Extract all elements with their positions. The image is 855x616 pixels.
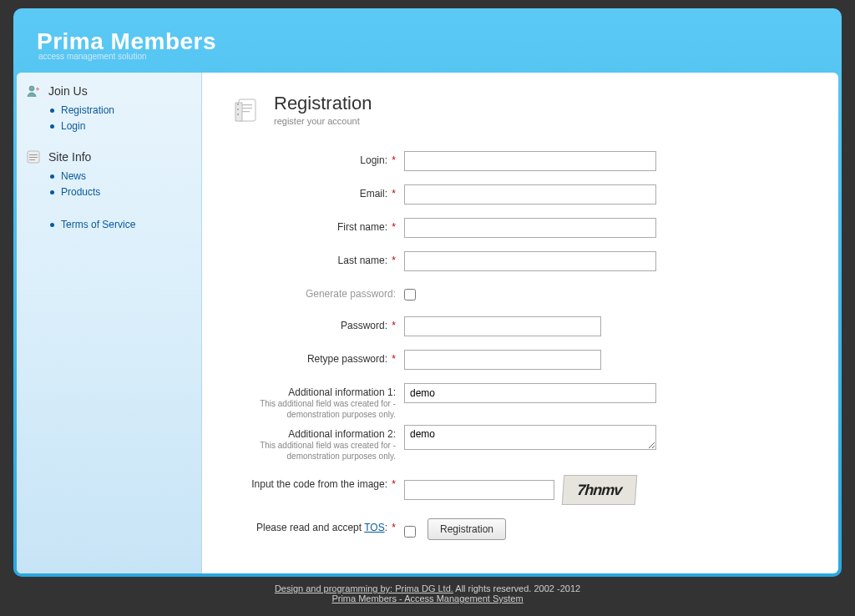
sidebar-item-tos[interactable]: Terms of Service: [50, 219, 191, 230]
tos-link[interactable]: TOS: [364, 522, 384, 533]
password-input[interactable]: [404, 316, 601, 336]
sidebar-link[interactable]: Products: [61, 186, 100, 198]
svg-rect-10: [242, 111, 250, 112]
main: Registration register your account Login…: [202, 73, 838, 573]
sidebar-item-news[interactable]: News: [50, 170, 191, 182]
page-subtitle: register your account: [274, 116, 372, 126]
first-name-input[interactable]: [404, 218, 656, 238]
svg-rect-5: [29, 157, 38, 158]
footer-credit-link[interactable]: Design and programming by: Prima DG Ltd.: [275, 583, 453, 593]
sidebar-group-label: Site Info: [48, 150, 91, 164]
bullet-icon: [50, 124, 54, 129]
bullet-icon: [50, 174, 54, 179]
sidebar-item-products[interactable]: Products: [50, 186, 191, 198]
retype-password-label: Retype password: *: [237, 350, 401, 365]
info-icon: [27, 150, 40, 164]
sidebar-link[interactable]: News: [61, 170, 86, 182]
sidebar-group-title: Join Us: [27, 84, 191, 98]
sidebar-link[interactable]: Terms of Service: [61, 219, 135, 230]
required-mark: *: [392, 188, 396, 199]
retype-password-input[interactable]: [404, 350, 601, 370]
bullet-icon: [50, 109, 54, 113]
first-name-label: First name: *: [237, 218, 401, 233]
additional1-hint: This additional field was created for - …: [237, 398, 396, 420]
additional1-label: Additional information 1: This additiona…: [237, 383, 401, 420]
sidebar-link[interactable]: Registration: [61, 104, 114, 116]
captcha-image: 7hnmv: [562, 475, 638, 505]
page-title: Registration: [274, 93, 372, 114]
svg-rect-8: [242, 104, 252, 105]
required-mark: *: [392, 255, 396, 266]
sidebar-item-login[interactable]: Login: [50, 120, 191, 132]
login-label: Login: *: [237, 151, 401, 166]
svg-point-12: [237, 109, 239, 110]
last-name-label: Last name: *: [237, 251, 401, 266]
footer-rights: All rights reserved. 2002 -2012: [453, 583, 580, 593]
app-title: Prima Members: [37, 30, 818, 53]
additional2-textarea[interactable]: demo: [404, 425, 656, 450]
email-label: Email: *: [237, 184, 401, 199]
sidebar-group-site-info: Site Info News Products T: [27, 150, 191, 230]
tos-label: Please read and accept TOS: *: [237, 518, 401, 533]
footer: Design and programming by: Prima DG Ltd.…: [0, 577, 855, 616]
additional2-label: Additional information 2: This additiona…: [237, 425, 401, 462]
required-mark: *: [392, 221, 396, 233]
sidebar-group-label: Join Us: [48, 84, 88, 98]
bullet-icon: [50, 190, 54, 194]
bullet-icon: [50, 223, 54, 227]
footer-product-link[interactable]: Prima Members - Access Management System: [331, 593, 523, 603]
svg-rect-9: [242, 108, 252, 109]
svg-point-11: [237, 104, 239, 105]
last-name-input[interactable]: [404, 251, 656, 271]
registration-submit-button[interactable]: Registration: [428, 518, 506, 540]
generate-password-label: Generate password:: [237, 285, 401, 300]
required-mark: *: [392, 522, 396, 533]
svg-point-13: [237, 114, 239, 115]
sidebar-item-registration[interactable]: Registration: [50, 104, 191, 116]
sidebar-group-title: Site Info: [27, 150, 191, 164]
required-mark: *: [392, 154, 396, 166]
header: Prima Members access management solution: [17, 12, 838, 73]
user-add-icon: [27, 84, 40, 98]
svg-point-0: [29, 86, 34, 91]
sidebar-link[interactable]: Login: [61, 120, 85, 132]
generate-password-checkbox[interactable]: [404, 289, 416, 300]
required-mark: *: [392, 320, 396, 331]
sidebar-group-join-us: Join Us Registration Login: [27, 84, 191, 132]
document-icon: [230, 96, 261, 126]
sidebar: Join Us Registration Login: [17, 73, 202, 573]
required-mark: *: [392, 353, 396, 365]
svg-rect-6: [29, 159, 35, 160]
login-input[interactable]: [404, 151, 656, 171]
content: Join Us Registration Login: [17, 73, 838, 573]
additional2-hint: This additional field was created for - …: [237, 440, 396, 462]
page-header: Registration register your account: [230, 93, 812, 126]
captcha-label: Input the code from the image: *: [237, 475, 401, 490]
app-frame: Prima Members access management solution…: [13, 8, 842, 577]
registration-form: Login: * Email: * First: [237, 151, 812, 540]
email-input[interactable]: [404, 184, 656, 204]
additional1-input[interactable]: [404, 383, 656, 403]
password-label: Password: *: [237, 316, 401, 331]
required-mark: *: [392, 478, 396, 490]
captcha-input[interactable]: [404, 480, 554, 500]
tos-checkbox[interactable]: [404, 526, 416, 538]
svg-rect-4: [29, 154, 38, 155]
svg-rect-2: [37, 88, 38, 91]
